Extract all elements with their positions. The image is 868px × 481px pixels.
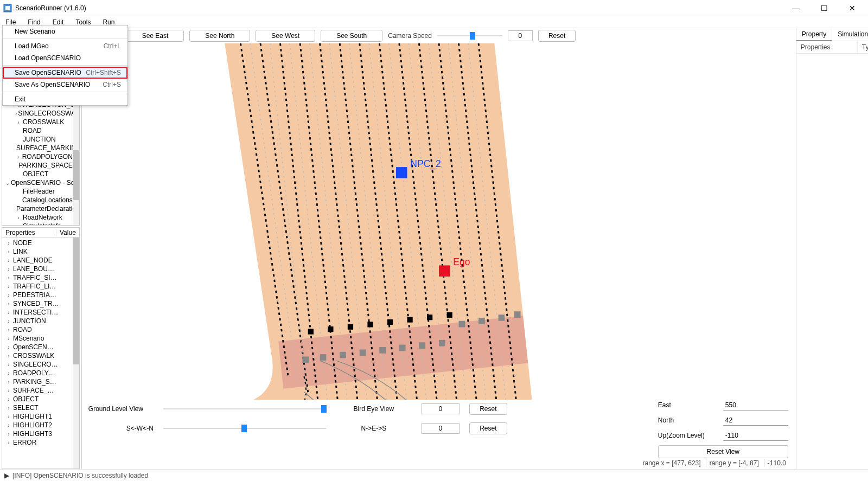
svg-rect-41: [379, 347, 386, 354]
ground-view-slider[interactable]: [163, 403, 326, 414]
tree-item[interactable]: ›ROADPOLYGON: [2, 152, 73, 161]
tree-item[interactable]: FileHeader: [2, 187, 73, 196]
prop-tree-item[interactable]: ›LANE_NODE: [2, 256, 79, 265]
tree-item[interactable]: ⌄OpenSCENARIO - Scenario_Cut_In_1: [2, 178, 73, 187]
properties-col2: Value: [56, 229, 79, 236]
prop-tree-item[interactable]: ›LINK: [2, 247, 79, 256]
close-button[interactable]: ✕: [844, 4, 860, 12]
prop-tree-item[interactable]: ›TRAFFIC_SI…: [2, 273, 79, 282]
camera-speed-slider[interactable]: [437, 30, 502, 41]
svg-rect-48: [514, 311, 521, 318]
see-east-button[interactable]: See East: [126, 30, 184, 42]
prop-tree-item[interactable]: ›HIGHLIGHT1: [2, 412, 79, 421]
prop-tree-item[interactable]: ›OpenSCEN…: [2, 343, 79, 351]
svg-rect-52: [367, 322, 373, 327]
bird-view-label: Bird Eye View: [336, 405, 412, 413]
ground-view-label: Ground Level View: [88, 405, 154, 413]
svg-rect-44: [439, 340, 445, 347]
file-dropdown: New Scenario Load MGeo Ctrl+L Load OpenS…: [2, 25, 128, 106]
menu-save-openscenario[interactable]: Save OpenSCENARIO Ctrl+Shift+S: [3, 67, 127, 79]
right-table-header: Properties Type Value: [796, 41, 868, 54]
tree-item[interactable]: ParameterDeclarations: [2, 204, 73, 213]
minimize-button[interactable]: —: [788, 4, 804, 12]
east-input[interactable]: [723, 400, 788, 411]
prop-tree-item[interactable]: ›HIGHLIGHT3: [2, 429, 79, 438]
prop-tree-item[interactable]: ›LANE_BOU…: [2, 265, 79, 273]
tree-item[interactable]: JUNCTION: [2, 135, 73, 144]
tree-item[interactable]: CatalogLocations: [2, 196, 73, 204]
rcol-type: Type: [858, 41, 868, 53]
svg-rect-38: [320, 354, 326, 361]
menu-save-as-openscenario[interactable]: Save As OpenSCENARIO Ctrl+S: [3, 79, 127, 91]
tab-simulation-status[interactable]: Simulation Status: [832, 28, 868, 41]
menu-item-label: Exit: [15, 95, 25, 103]
properties-scrollbar[interactable]: [73, 238, 79, 469]
svg-rect-42: [399, 345, 406, 351]
tab-property[interactable]: Property: [796, 28, 832, 41]
svg-rect-47: [498, 315, 505, 321]
tree-scrollbar[interactable]: [73, 100, 79, 225]
swn-slider[interactable]: [163, 423, 326, 434]
map-viewport[interactable]: NPC_2 Ego NPC_3: [82, 43, 796, 400]
properties-col1: Properties: [2, 229, 56, 236]
entity-ego-label: Ego: [453, 256, 470, 267]
camera-speed-input[interactable]: [508, 30, 533, 41]
svg-rect-54: [407, 317, 412, 322]
prop-tree-item[interactable]: ›PARKING_S…: [2, 377, 79, 386]
range-x: range x = [477, 623]: [640, 459, 704, 467]
tree-item[interactable]: ROAD: [2, 126, 73, 135]
see-west-button[interactable]: See West: [256, 30, 315, 42]
svg-rect-46: [478, 318, 485, 324]
menu-load-mgeo[interactable]: Load MGeo Ctrl+L: [3, 40, 127, 52]
maximize-button[interactable]: ☐: [816, 4, 832, 12]
north-label: North: [658, 416, 718, 424]
range-z: -110.0: [764, 459, 789, 467]
prop-tree-item[interactable]: ›SINGLECRO…: [2, 360, 79, 369]
prop-tree-item[interactable]: ›HIGHLIGHT2: [2, 421, 79, 429]
prop-tree-item[interactable]: ›SYNCED_TR…: [2, 299, 79, 308]
svg-rect-40: [360, 349, 366, 356]
scenario-tree-panel: ›INTERSECTION_CONTROLLER›SINGLECROSSWALK…: [2, 100, 80, 226]
menu-exit[interactable]: Exit: [3, 93, 127, 105]
zoom-input[interactable]: [723, 430, 788, 441]
prop-tree-item[interactable]: ›NODE: [2, 239, 79, 247]
status-text: [INFO] OpenSCENARIO is successfully load…: [12, 472, 148, 479]
north-input[interactable]: [723, 415, 788, 426]
prop-tree-item[interactable]: ›PEDESTRIA…: [2, 291, 79, 299]
prop-tree-item[interactable]: ›JUNCTION: [2, 317, 79, 325]
tree-item[interactable]: OBJECT: [2, 170, 73, 178]
see-south-button[interactable]: See South: [321, 30, 382, 42]
menu-new-scenario[interactable]: New Scenario: [3, 25, 127, 37]
prop-tree-item[interactable]: ›SURFACE_…: [2, 386, 79, 395]
status-expand-icon[interactable]: ▶: [4, 472, 9, 479]
camera-reset-button[interactable]: Reset: [538, 30, 576, 42]
tree-item[interactable]: ›SimulatorInfo: [2, 222, 73, 225]
prop-tree-item[interactable]: ›INTERSECTI…: [2, 308, 79, 317]
bird-view-reset[interactable]: Reset: [469, 403, 507, 415]
menu-load-openscenario[interactable]: Load OpenSCENARIO: [3, 52, 127, 64]
prop-tree-item[interactable]: ›OBJECT: [2, 395, 79, 403]
svg-rect-43: [419, 342, 425, 349]
prop-tree-item[interactable]: ›SELECT: [2, 403, 79, 412]
reset-view-button[interactable]: Reset View: [658, 445, 788, 458]
menu-item-label: New Scenario: [15, 28, 55, 35]
prop-tree-item[interactable]: ›TRAFFIC_LI…: [2, 282, 79, 291]
tree-item[interactable]: SURFACE_MARKING: [2, 144, 73, 152]
tree-item[interactable]: ›SINGLECROSSWALK: [2, 109, 73, 118]
svg-rect-56: [446, 312, 452, 318]
prop-tree-item[interactable]: ›ROAD: [2, 325, 79, 334]
see-north-button[interactable]: See North: [189, 30, 250, 42]
prop-tree-item[interactable]: ›ERROR: [2, 438, 79, 447]
nes-label: N->E->S: [336, 425, 412, 432]
nes-reset[interactable]: Reset: [469, 422, 507, 434]
svg-rect-45: [458, 321, 465, 328]
bird-view-input[interactable]: [422, 403, 459, 414]
right-tabstrip: Property Simulation Status Batch Simulat…: [796, 28, 868, 41]
nes-input[interactable]: [422, 423, 459, 434]
tree-item[interactable]: ›RoadNetwork: [2, 213, 73, 222]
tree-item[interactable]: PARKING_SPACE: [2, 161, 73, 170]
prop-tree-item[interactable]: ›ROADPOLY…: [2, 369, 79, 377]
tree-item[interactable]: ›CROSSWALK: [2, 118, 73, 126]
prop-tree-item[interactable]: ›MScenario: [2, 334, 79, 343]
prop-tree-item[interactable]: ›CROSSWALK: [2, 351, 79, 360]
